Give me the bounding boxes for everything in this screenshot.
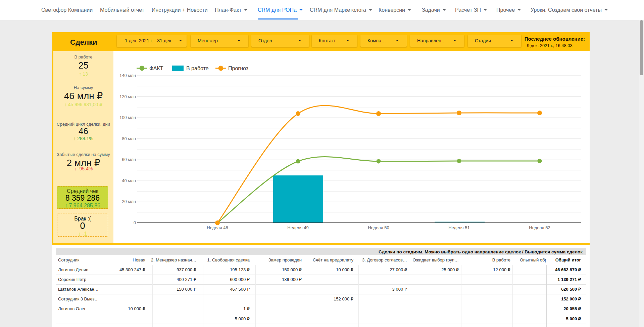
svg-text:Неделя 52: Неделя 52 <box>529 225 550 230</box>
svg-text:Неделя 49: Неделя 49 <box>287 225 308 230</box>
svg-text:Неделя 48: Неделя 48 <box>207 225 228 230</box>
svg-text:0: 0 <box>134 220 136 225</box>
svg-text:140 млн: 140 млн <box>119 73 136 78</box>
svg-text:В работе: В работе <box>186 66 209 71</box>
svg-text:100 млн: 100 млн <box>119 115 136 120</box>
svg-text:40 млн: 40 млн <box>122 178 136 183</box>
svg-text:20 млн: 20 млн <box>122 199 136 204</box>
svg-text:Неделя 50: Неделя 50 <box>368 225 389 230</box>
svg-text:60 млн: 60 млн <box>122 157 136 162</box>
svg-text:Неделя 51: Неделя 51 <box>448 225 469 230</box>
svg-text:ФАКТ: ФАКТ <box>149 66 163 71</box>
svg-text:Прогноз: Прогноз <box>228 66 248 71</box>
svg-text:120 млн: 120 млн <box>119 94 136 99</box>
svg-text:80 млн: 80 млн <box>122 136 136 141</box>
